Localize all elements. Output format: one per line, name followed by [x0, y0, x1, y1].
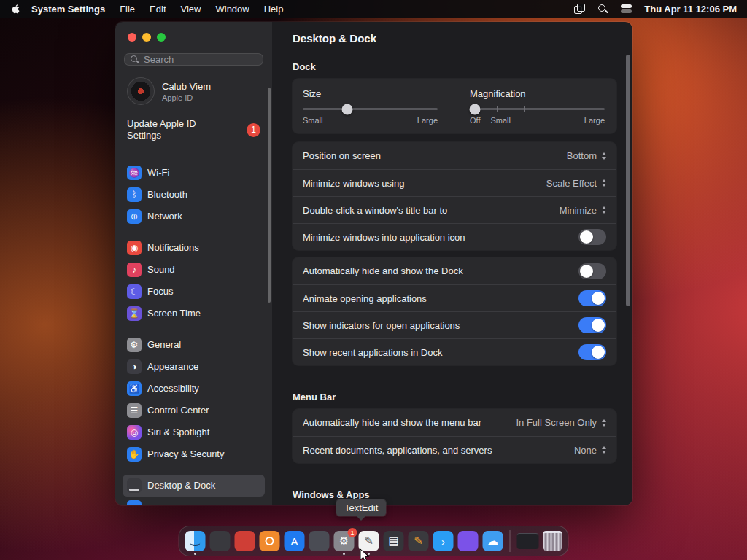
- menu-help[interactable]: Help: [264, 4, 284, 15]
- sidebar-item-accessibility[interactable]: ♿ Accessibility: [123, 378, 265, 400]
- double-click-stepper[interactable]: [602, 206, 606, 214]
- sidebar-item-network[interactable]: ⊕ Network: [123, 206, 265, 228]
- row-position-on-screen: Position on screen Bottom: [293, 142, 616, 169]
- spotlight-search-icon[interactable]: [597, 4, 609, 14]
- sidebar-item-wifi[interactable]: ♒ Wi-Fi: [123, 162, 265, 184]
- row-show-indicators: Show indicators for open applications: [293, 311, 616, 338]
- dock-gray-app-icon[interactable]: [309, 531, 330, 551]
- dock-red-app-icon[interactable]: [235, 531, 255, 551]
- dock-vscode-icon[interactable]: ›: [433, 531, 454, 551]
- update-apple-id-label: Update Apple ID Settings: [127, 118, 222, 142]
- sidebar-item-sound[interactable]: ♪ Sound: [123, 259, 265, 281]
- dock-cloud-app-icon[interactable]: ☁: [483, 531, 503, 551]
- sidebar-item-desktop-dock[interactable]: Desktop & Dock: [123, 475, 265, 497]
- close-button[interactable]: [128, 33, 136, 42]
- show-recent-apps-toggle[interactable]: [578, 344, 606, 360]
- row-label: Automatically hide and show the menu bar: [303, 417, 516, 428]
- sidebar-scrollbar[interactable]: [268, 88, 271, 303]
- menu-window[interactable]: Window: [215, 4, 249, 15]
- auto-hide-dock-toggle[interactable]: [578, 263, 606, 279]
- stage-manager-icon[interactable]: [574, 4, 586, 14]
- recent-documents-stepper[interactable]: [602, 446, 606, 454]
- dock-dark-app-icon[interactable]: ▤: [384, 531, 404, 551]
- row-show-recent-apps: Show recent applications in Dock: [293, 338, 616, 365]
- sidebar: Calub Viem Apple ID Update Apple ID Sett…: [115, 22, 272, 505]
- dock-settings-badge: 1: [348, 528, 357, 537]
- dock-trash-icon[interactable]: [543, 531, 562, 551]
- sidebar-item-general[interactable]: ⚙ General: [123, 334, 265, 356]
- sidebar-item-control-center[interactable]: ☰ Control Center: [123, 400, 265, 421]
- sidebar-item-focus[interactable]: ☾ Focus: [123, 281, 265, 303]
- row-label: Position on screen: [303, 150, 567, 161]
- position-on-screen-value[interactable]: Bottom: [567, 150, 597, 161]
- size-min-label: Small: [303, 116, 323, 125]
- menubar-app-name[interactable]: System Settings: [31, 4, 105, 15]
- magnification-label: Magnification: [470, 88, 605, 99]
- siri-icon: ◎: [127, 425, 142, 440]
- section-heading-menu-bar: Menu Bar: [293, 392, 616, 402]
- dock-minimized-window[interactable]: [517, 533, 539, 549]
- zoom-button[interactable]: [157, 33, 166, 42]
- position-stepper[interactable]: [602, 152, 606, 160]
- size-slider-knob[interactable]: [342, 104, 353, 114]
- menu-view[interactable]: View: [181, 4, 201, 15]
- menu-bar: System Settings File Edit View Window He…: [0, 0, 747, 18]
- minimize-button[interactable]: [142, 33, 151, 42]
- sidebar-item-label: Notifications: [147, 242, 199, 253]
- size-slider[interactable]: [303, 108, 438, 110]
- magnification-slider-knob[interactable]: [470, 104, 481, 114]
- recent-documents-value[interactable]: None: [574, 445, 597, 456]
- double-click-value[interactable]: Minimize: [560, 205, 597, 216]
- menu-bar-card: Automatically hide and show the menu bar…: [293, 409, 616, 463]
- sidebar-item-siri-spotlight[interactable]: ◎ Siri & Spotlight: [123, 421, 265, 443]
- dock-separator: [510, 530, 511, 552]
- content-scrollbar[interactable]: [626, 55, 630, 306]
- dock-purple-app-icon[interactable]: [458, 531, 479, 551]
- sidebar-item-label: Desktop & Dock: [147, 480, 215, 491]
- menubar-clock[interactable]: Thu Apr 11 12:06 PM: [644, 4, 737, 15]
- sidebar-item-notifications[interactable]: ◉ Notifications: [123, 237, 265, 259]
- desktop-dock-icon: [127, 478, 142, 493]
- apple-id-profile[interactable]: Calub Viem Apple ID: [115, 69, 272, 111]
- size-label: Size: [303, 88, 438, 99]
- dock-system-settings-icon[interactable]: ⚙1: [334, 531, 355, 551]
- dock-orange-app-icon[interactable]: [260, 531, 280, 551]
- dock-pen-app-icon[interactable]: ✎: [409, 531, 429, 551]
- dock-launchpad-icon[interactable]: [210, 531, 231, 551]
- minimize-effect-stepper[interactable]: [602, 179, 606, 187]
- menu-edit[interactable]: Edit: [150, 4, 166, 15]
- page-title: Desktop & Dock: [293, 32, 616, 44]
- row-auto-hide-menu-bar: Automatically hide and show the menu bar…: [293, 409, 616, 436]
- sidebar-item-appearance[interactable]: ◑ Appearance: [123, 356, 265, 378]
- dock-app-store-icon[interactable]: A: [285, 531, 305, 551]
- sidebar-item-privacy-security[interactable]: ✋ Privacy & Security: [123, 443, 265, 465]
- update-apple-id-row[interactable]: Update Apple ID Settings 1: [115, 111, 272, 147]
- row-label: Show recent applications in Dock: [303, 347, 578, 358]
- minimize-into-app-icon-toggle[interactable]: [578, 229, 606, 245]
- sidebar-item-label: Privacy & Security: [147, 448, 224, 459]
- magnification-slider[interactable]: [470, 108, 605, 110]
- minimize-effect-value[interactable]: Scale Effect: [546, 178, 597, 189]
- sidebar-item-partial[interactable]: [123, 497, 265, 506]
- size-max-label: Large: [417, 116, 438, 125]
- row-label: Show indicators for open applications: [303, 320, 578, 331]
- sidebar-item-screen-time[interactable]: ⌛ Screen Time: [123, 303, 265, 324]
- show-indicators-toggle[interactable]: [578, 317, 606, 333]
- animate-opening-toggle[interactable]: [578, 290, 606, 306]
- control-center-icon[interactable]: [621, 4, 632, 14]
- control-center-pane-icon: ☰: [127, 403, 142, 418]
- auto-hide-menu-bar-value[interactable]: In Full Screen Only: [516, 417, 597, 428]
- window-controls: [115, 22, 272, 42]
- sidebar-item-bluetooth[interactable]: ᛒ Bluetooth: [123, 184, 265, 206]
- menu-file[interactable]: File: [120, 4, 135, 15]
- sidebar-item-label: Control Center: [147, 405, 209, 416]
- apple-logo-icon[interactable]: [10, 4, 20, 15]
- dock-finder-icon[interactable]: [185, 531, 206, 551]
- search-field[interactable]: [124, 53, 263, 66]
- auto-hide-menu-bar-stepper[interactable]: [602, 419, 606, 427]
- search-input[interactable]: [144, 54, 257, 65]
- dock: A ⚙1 ✎ ▤ ✎ › ☁: [179, 526, 569, 556]
- screen-time-icon: ⌛: [127, 306, 142, 321]
- network-icon: ⊕: [127, 209, 142, 224]
- accessibility-icon: ♿: [127, 381, 142, 396]
